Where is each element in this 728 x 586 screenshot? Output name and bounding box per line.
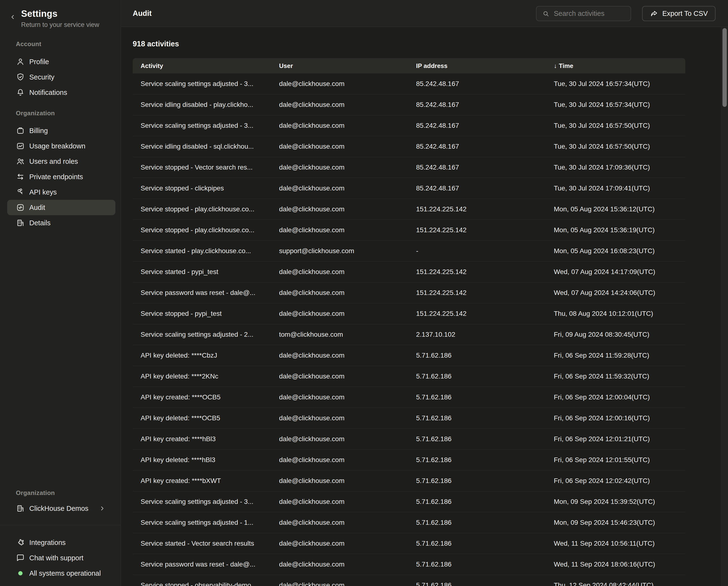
search-activities-input[interactable] [554, 9, 625, 18]
shield-icon [16, 73, 25, 82]
search-icon [542, 9, 550, 18]
table-row[interactable]: Service idling disabled - sql.clickhou..… [133, 136, 685, 157]
app-window: Settings Return to your service view Acc… [0, 0, 728, 586]
table-row[interactable]: API key created: ****bXWTdale@clickhouse… [133, 470, 685, 491]
cell-user: dale@clickhouse.com [271, 581, 408, 586]
cell-ip: 5.71.62.186 [408, 540, 546, 547]
cell-user: dale@clickhouse.com [271, 185, 408, 192]
cell-activity: Service stopped - clickpipes [133, 185, 271, 192]
sidebar-item-usage-breakdown[interactable]: Usage breakdown [7, 138, 115, 154]
cell-user: dale@clickhouse.com [271, 414, 408, 422]
column-header-time[interactable]: ↓ Time [546, 62, 685, 70]
table-row[interactable]: Service started - pypi_testdale@clickhou… [133, 262, 685, 283]
table-row[interactable]: API key created: ****hBl3dale@clickhouse… [133, 429, 685, 449]
back-chevron-icon[interactable] [9, 14, 16, 21]
cell-time: Wed, 11 Sep 2024 18:06:16(UTC) [546, 561, 685, 568]
sidebar-item-details[interactable]: Details [7, 215, 115, 230]
vertical-scrollbar-thumb[interactable] [723, 28, 727, 107]
table-row[interactable]: API key deleted: ****CbzJdale@clickhouse… [133, 345, 685, 366]
export-to-csv-button[interactable]: Export To CSV [642, 6, 716, 21]
table-row[interactable]: Service scaling settings adjusted - 2...… [133, 324, 685, 345]
sidebar-footer: IntegrationsChat with supportAll systems… [7, 535, 115, 581]
cell-user: dale@clickhouse.com [271, 561, 408, 568]
cell-ip: 5.71.62.186 [408, 477, 546, 485]
audit-pulse-icon [16, 203, 25, 212]
table-row[interactable]: Service scaling settings adjusted - 3...… [133, 73, 685, 94]
table-row[interactable]: Service stopped - play.clickhouse.co...d… [133, 220, 685, 241]
keys-icon [16, 188, 25, 197]
cell-user: dale@clickhouse.com [271, 101, 408, 108]
table-row[interactable]: Service stopped - pypi_testdale@clickhou… [133, 303, 685, 324]
table-row[interactable]: API key created: ****OCB5dale@clickhouse… [133, 387, 685, 408]
cell-activity: API key created: ****bXWT [133, 477, 271, 485]
cell-time: Tue, 30 Jul 2024 16:57:50(UTC) [546, 143, 685, 150]
cell-time: Fri, 06 Sep 2024 11:59:28(UTC) [546, 351, 685, 359]
cell-time: Mon, 09 Sep 2024 15:46:23(UTC) [546, 519, 685, 527]
cell-time: Fri, 09 Aug 2024 08:30:45(UTC) [546, 331, 685, 338]
table-row[interactable]: Service password was reset - dale@...dal… [133, 283, 685, 303]
table-row[interactable]: Service scaling settings adjusted - 3...… [133, 115, 685, 136]
section-label-account: Account [16, 40, 41, 48]
cell-time: Fri, 06 Sep 2024 12:01:55(UTC) [546, 456, 685, 464]
sidebar-subtitle[interactable]: Return to your service view [21, 21, 99, 29]
cell-user: dale@clickhouse.com [271, 393, 408, 401]
search-activities-box[interactable] [536, 6, 631, 21]
cell-user: dale@clickhouse.com [271, 372, 408, 380]
sidebar-item-security[interactable]: Security [7, 69, 115, 85]
sidebar-item-label: Private endpoints [29, 173, 83, 181]
table-row[interactable]: API key deleted: ****2KNcdale@clickhouse… [133, 366, 685, 387]
cell-time: Mon, 05 Aug 2024 15:36:12(UTC) [546, 205, 685, 213]
table-row[interactable]: Service stopped - Vector search res...da… [133, 157, 685, 178]
sidebar-item-profile[interactable]: Profile [7, 54, 115, 69]
table-row[interactable]: Service scaling settings adjusted - 3...… [133, 491, 685, 512]
cell-activity: Service stopped - observability-demo [133, 581, 271, 586]
column-header-activity[interactable]: Activity [133, 62, 271, 70]
cell-activity: Service stopped - play.clickhouse.co... [133, 226, 271, 234]
cell-ip: 85.242.48.167 [408, 101, 546, 108]
sidebar-item-billing[interactable]: Billing [7, 123, 115, 138]
cell-user: dale@clickhouse.com [271, 310, 408, 317]
cell-activity: API key deleted: ****hBl3 [133, 456, 271, 464]
account-section: ProfileSecurityNotifications [7, 54, 115, 100]
sidebar-item-label: Users and roles [29, 157, 78, 166]
vertical-scrollbar-track[interactable] [721, 27, 728, 586]
column-header-user[interactable]: User [271, 62, 408, 70]
user-icon [16, 57, 25, 66]
sidebar-item-chat-with-support[interactable]: Chat with support [7, 550, 115, 566]
cell-ip: 5.71.62.186 [408, 393, 546, 401]
cell-user: tom@clickhouse.com [271, 331, 408, 338]
cell-ip: 5.71.62.186 [408, 498, 546, 506]
sidebar-item-audit[interactable]: Audit [7, 200, 115, 215]
org-switcher-clickhouse-demos[interactable]: ClickHouse Demos [7, 501, 115, 516]
cell-activity: Service scaling settings adjusted - 2... [133, 331, 271, 338]
cell-ip: 151.224.225.142 [408, 226, 546, 234]
sidebar-item-label: Usage breakdown [29, 142, 85, 150]
sidebar-item-private-endpoints[interactable]: Private endpoints [7, 169, 115, 185]
sidebar-item-all-systems-operational[interactable]: All systems operational [7, 566, 115, 581]
audit-table: Activity User IP address ↓ Time Service … [133, 58, 685, 586]
puzzle-icon [16, 538, 25, 547]
table-row[interactable]: Service started - Vector search resultsd… [133, 533, 685, 554]
table-row[interactable]: Service stopped - observability-demodale… [133, 575, 685, 586]
table-row[interactable]: Service started - play.clickhouse.co...s… [133, 241, 685, 262]
table-row[interactable]: API key deleted: ****hBl3dale@clickhouse… [133, 449, 685, 470]
table-row[interactable]: Service stopped - clickpipesdale@clickho… [133, 178, 685, 199]
section-label-org-switcher: Organization [16, 489, 55, 497]
cell-ip: - [408, 247, 546, 255]
sidebar-item-notifications[interactable]: Notifications [7, 85, 115, 100]
cell-time: Fri, 06 Sep 2024 12:00:04(UTC) [546, 393, 685, 401]
table-row[interactable]: Service idling disabled - play.clickho..… [133, 94, 685, 115]
sidebar-item-integrations[interactable]: Integrations [7, 535, 115, 550]
cell-activity: Service idling disabled - sql.clickhou..… [133, 143, 271, 150]
cell-user: dale@clickhouse.com [271, 164, 408, 171]
table-row[interactable]: Service scaling settings adjusted - 1...… [133, 512, 685, 533]
sidebar-item-api-keys[interactable]: API keys [7, 185, 115, 200]
table-row[interactable]: API key deleted: ****OCB5dale@clickhouse… [133, 408, 685, 429]
table-row[interactable]: Service stopped - play.clickhouse.co...d… [133, 199, 685, 220]
cell-activity: Service scaling settings adjusted - 3... [133, 80, 271, 88]
cell-user: dale@clickhouse.com [271, 498, 408, 506]
sidebar-item-users-and-roles[interactable]: Users and roles [7, 154, 115, 169]
cell-time: Thu, 08 Aug 2024 10:12:01(UTC) [546, 310, 685, 317]
column-header-ip-address[interactable]: IP address [408, 62, 546, 70]
table-row[interactable]: Service password was reset - dale@...dal… [133, 554, 685, 575]
